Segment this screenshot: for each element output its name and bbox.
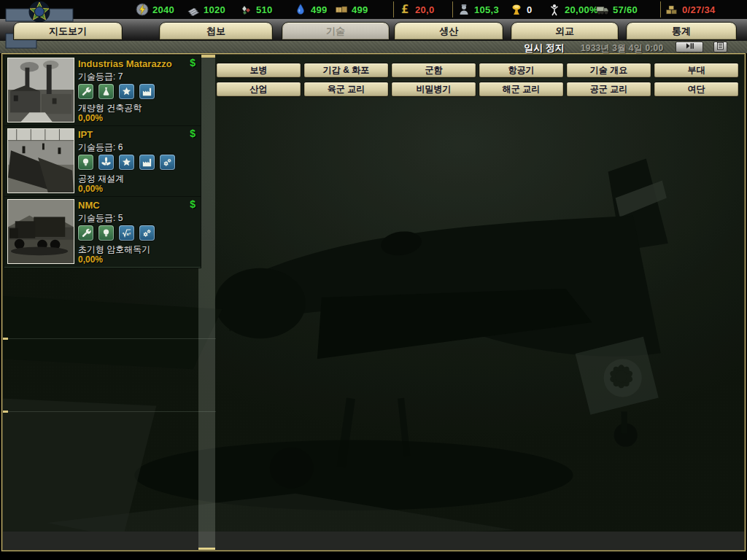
tech-category-button[interactable]: 기갑 & 화포	[303, 63, 389, 78]
game-date: 1933년 3월 4일 0:00	[581, 42, 674, 55]
svg-text:x²: x²	[126, 232, 131, 236]
star-icon	[119, 84, 134, 99]
team-specialties	[78, 84, 155, 99]
empty-research-slot-divider	[3, 338, 216, 339]
manpower-value: 105,3	[474, 4, 499, 15]
tech-category-button[interactable]: 육군 교리	[303, 82, 389, 97]
nukes-value: 0	[527, 4, 533, 15]
research-progress: 0,00%	[78, 254, 103, 265]
gears-icon	[139, 225, 155, 241]
play-pause-icon	[685, 42, 694, 52]
oil-readout: 499	[294, 3, 335, 16]
tech-category-button[interactable]: 군함	[391, 63, 476, 78]
panel-divider-strip	[198, 55, 215, 550]
dissent-readout: 20,00%	[548, 3, 596, 16]
research-progress: 0,00%	[78, 113, 103, 123]
team-name: NMC	[78, 200, 100, 211]
wrench-icon	[78, 225, 93, 241]
energy-readout: 2040	[136, 3, 187, 16]
supplies-readout: 499	[335, 3, 390, 16]
game-screen: 20401020510499499£20,0105,3020,00%57/600…	[0, 0, 747, 560]
technology-screen: Industrias Matarazzo$기술등급: 7개량형 건축공학0,00…	[3, 55, 744, 550]
resource-separator	[660, 1, 661, 18]
research-team-slot[interactable]: Industrias Matarazzo$기술등급: 7개량형 건축공학0,00…	[4, 55, 201, 126]
tech-category-button[interactable]: 여단	[654, 82, 739, 97]
research-team-slot[interactable]: IPT$기술등급: 6공정 재설계0,00%	[4, 126, 201, 197]
tech-category-button[interactable]: 보병	[216, 63, 301, 78]
tech-category-button[interactable]: 기술 개요	[566, 63, 651, 78]
funding-indicator: $	[190, 198, 196, 210]
tab-technology[interactable]: 기술	[282, 22, 390, 40]
funding-indicator: $	[190, 57, 196, 69]
factory-icon	[139, 155, 155, 170]
tab-diplomacy[interactable]: 외교	[511, 22, 619, 40]
nuke-icon	[510, 3, 523, 16]
metal-readout: 1020	[187, 3, 239, 16]
workshop-photo	[7, 128, 74, 193]
transport-capacity-value: 57/60	[613, 4, 638, 15]
tech-category-button[interactable]: 부대	[654, 63, 739, 78]
tab-statistics[interactable]: 통계	[626, 22, 737, 40]
rare-materials-value: 510	[256, 4, 273, 15]
metal-icon	[187, 3, 200, 16]
bulb-icon	[98, 225, 114, 241]
tech-category-row: 보병기갑 & 화포군함항공기기술 개요부대	[216, 63, 743, 78]
tech-category-row: 산업육군 교리비밀병기해군 교리공군 교리여단	[216, 82, 743, 97]
wrench-icon	[78, 84, 93, 99]
oil-icon	[294, 3, 307, 16]
tab-production[interactable]: 생산	[394, 22, 503, 40]
funding-indicator: $	[190, 128, 196, 139]
tech-category-button[interactable]: 해군 교리	[479, 82, 564, 97]
money-readout: £20,0	[398, 3, 449, 16]
tab-map[interactable]: 지도보기	[13, 22, 123, 40]
tech-category-button[interactable]: 산업	[216, 82, 301, 97]
tech-category-button[interactable]: 공군 교리	[566, 82, 651, 97]
team-specialties: x²	[78, 225, 155, 241]
menu-icon	[716, 42, 725, 52]
bulb-icon	[78, 155, 93, 170]
team-skill: 기술등급: 7	[78, 71, 123, 83]
resource-separator	[393, 1, 394, 18]
truck-photo	[7, 199, 74, 264]
main-nav-tabs: 지도보기첩보기술생산외교통계	[0, 22, 747, 41]
empty-research-slot-divider	[3, 411, 216, 412]
content-frame: Industrias Matarazzo$기술등급: 7개량형 건축공학0,00…	[1, 53, 746, 551]
energy-value: 2040	[152, 4, 174, 15]
team-name: IPT	[78, 129, 93, 140]
play-pause-button[interactable]	[676, 42, 703, 52]
nukes-readout: 0	[510, 3, 548, 16]
resource-readouts: 20401020510499499£20,0105,3020,00%57/600…	[0, 0, 747, 19]
status-bar: 일시 정지 1933년 3월 4일 0:00	[0, 41, 747, 53]
truck-icon	[596, 3, 609, 16]
oil-value: 499	[311, 4, 328, 15]
convoys-readout: 0/27/34	[665, 3, 738, 16]
svg-text:£: £	[401, 3, 409, 16]
tech-category-buttons: 보병기갑 & 화포군함항공기기술 개요부대산업육군 교리비밀병기해군 교리공군 …	[216, 63, 743, 101]
manpower-readout: 105,3	[457, 3, 510, 16]
money-icon: £	[398, 3, 411, 16]
supplies-icon	[335, 3, 348, 16]
dissent-value: 20,00%	[565, 4, 598, 15]
manpower-icon	[457, 3, 471, 16]
metal-value: 1020	[204, 4, 225, 15]
factory-photo	[7, 58, 74, 122]
team-name: Industrias Matarazzo	[78, 58, 172, 69]
factory-icon	[139, 84, 155, 99]
energy-icon	[136, 3, 149, 16]
supplies-value: 499	[352, 4, 368, 15]
star-icon	[119, 155, 134, 170]
flask-icon	[98, 84, 114, 99]
convoys-value: 0/27/34	[682, 4, 715, 15]
research-team-slot[interactable]: NMC$기술등급: 5x²초기형 암호해독기0,00%	[4, 197, 201, 268]
tab-intelligence[interactable]: 첩보	[159, 22, 273, 40]
rares-icon	[239, 3, 252, 16]
rare-materials-readout: 510	[239, 3, 294, 16]
tech-category-button[interactable]: 비밀병기	[391, 82, 476, 97]
resource-bar: 20401020510499499£20,0105,3020,00%57/600…	[0, 0, 747, 19]
gears-icon	[160, 155, 175, 170]
resource-separator	[452, 1, 453, 18]
team-skill: 기술등급: 5	[78, 212, 123, 225]
team-specialties	[78, 155, 175, 170]
message-log-button[interactable]	[713, 42, 727, 52]
tech-category-button[interactable]: 항공기	[479, 63, 564, 78]
